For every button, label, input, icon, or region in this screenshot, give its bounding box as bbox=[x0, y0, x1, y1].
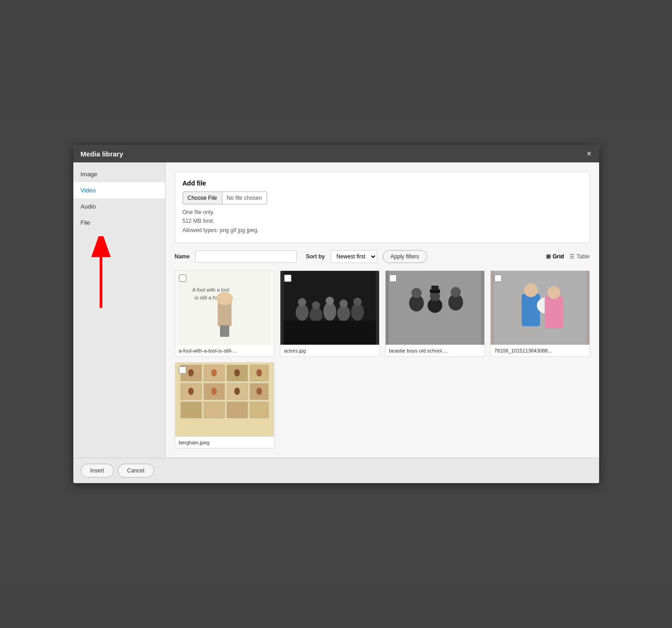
sort-select[interactable]: Newest first Oldest first Name (A-Z) Nam… bbox=[331, 250, 377, 263]
sidebar-item-video[interactable]: Video bbox=[73, 182, 165, 198]
svg-point-23 bbox=[411, 288, 422, 298]
choose-file-button[interactable]: Choose File bbox=[183, 192, 222, 204]
main-content: Add file Choose File No file chosen One … bbox=[166, 162, 599, 458]
grid-icon: ⊞ bbox=[546, 253, 551, 260]
file-chosen-text: No file chosen bbox=[222, 192, 267, 204]
svg-point-57 bbox=[256, 388, 262, 395]
svg-point-32 bbox=[524, 283, 538, 297]
sidebar-item-image[interactable]: Image bbox=[73, 166, 165, 182]
media-item-1[interactable]: A fool with a tool is still a fool! a-fo… bbox=[175, 270, 274, 357]
svg-point-55 bbox=[211, 388, 217, 395]
svg-rect-49 bbox=[250, 402, 268, 418]
media-item-2[interactable]: actors.jpg bbox=[280, 270, 380, 357]
insert-button[interactable]: Insert bbox=[81, 464, 114, 478]
sidebar-item-file[interactable]: File bbox=[73, 215, 165, 231]
svg-point-10 bbox=[298, 298, 306, 306]
modal-title: Media library bbox=[81, 150, 124, 158]
file-hint-1: One file only. bbox=[183, 208, 582, 217]
media-library-modal: Media library × Image Video Audio File bbox=[73, 145, 599, 483]
svg-rect-19 bbox=[284, 321, 376, 345]
table-icon: ☰ bbox=[570, 253, 575, 260]
modal-overlay: Media library × Image Video Audio File bbox=[0, 0, 672, 628]
media-thumb-4 bbox=[491, 271, 589, 345]
media-label-3: beastie boys old school.... bbox=[386, 345, 484, 356]
media-thumb-3 bbox=[386, 271, 484, 345]
sidebar-item-audio[interactable]: Audio bbox=[73, 198, 165, 215]
media-label-1: a-fool-with-a-tool-is-still-... bbox=[175, 345, 274, 356]
modal-header: Media library × bbox=[73, 145, 599, 162]
svg-rect-47 bbox=[204, 402, 225, 418]
name-filter-label: Name bbox=[175, 253, 190, 260]
name-filter-input[interactable] bbox=[195, 251, 297, 263]
svg-rect-35 bbox=[545, 296, 563, 329]
close-button[interactable]: × bbox=[587, 150, 592, 158]
add-file-section: Add file Choose File No file chosen One … bbox=[175, 172, 590, 243]
svg-point-36 bbox=[547, 286, 560, 299]
file-hint-2: 512 MB limit. bbox=[183, 217, 582, 226]
svg-point-54 bbox=[188, 388, 194, 395]
view-toggle: ⊞ Grid ☰ Table bbox=[546, 253, 589, 260]
svg-point-51 bbox=[211, 369, 217, 377]
media-item-3[interactable]: beastie boys old school.... bbox=[385, 270, 485, 357]
media-checkbox-5[interactable] bbox=[179, 366, 186, 374]
svg-point-56 bbox=[234, 388, 240, 395]
file-hint-3: Allowed types: png gif jpg jpeg. bbox=[183, 226, 582, 235]
svg-point-15 bbox=[337, 305, 350, 321]
table-view-button[interactable]: ☰ Table bbox=[570, 253, 590, 260]
media-label-4: 78108_1015113843088... bbox=[491, 345, 589, 356]
media-checkbox-1[interactable] bbox=[179, 275, 186, 282]
svg-point-27 bbox=[451, 287, 461, 297]
file-input-wrapper: Choose File No file chosen bbox=[183, 191, 267, 204]
svg-point-52 bbox=[234, 369, 240, 377]
svg-rect-6 bbox=[220, 325, 229, 337]
file-input-row: Choose File No file chosen bbox=[183, 191, 582, 204]
modal-body: Image Video Audio File bbox=[73, 162, 599, 458]
cancel-button[interactable]: Cancel bbox=[118, 464, 154, 478]
media-label-5: berghain.jpeg bbox=[175, 437, 274, 448]
svg-point-18 bbox=[353, 298, 362, 306]
media-item-4[interactable]: 78108_1015113843088... bbox=[490, 270, 590, 357]
file-info: One file only. 512 MB limit. Allowed typ… bbox=[183, 208, 582, 235]
grid-view-button[interactable]: ⊞ Grid bbox=[546, 253, 564, 260]
add-file-title: Add file bbox=[183, 179, 582, 187]
media-label-2: actors.jpg bbox=[280, 345, 379, 356]
sort-by-label: Sort by bbox=[306, 253, 325, 260]
modal-footer: Insert Cancel bbox=[73, 458, 599, 483]
filter-row: Name Sort by Newest first Oldest first N… bbox=[175, 250, 590, 263]
media-thumb-2 bbox=[280, 271, 379, 345]
apply-filters-button[interactable]: Apply filters bbox=[383, 250, 427, 263]
media-thumb-5 bbox=[175, 363, 274, 437]
svg-rect-29 bbox=[431, 286, 439, 290]
svg-point-7 bbox=[216, 292, 233, 305]
svg-point-14 bbox=[326, 297, 334, 305]
svg-point-50 bbox=[188, 369, 194, 377]
media-checkbox-2[interactable] bbox=[284, 275, 291, 282]
media-checkbox-4[interactable] bbox=[494, 275, 502, 282]
media-item-5[interactable]: berghain.jpeg bbox=[175, 362, 274, 449]
svg-point-53 bbox=[256, 369, 262, 377]
svg-text:A fool with a tool: A fool with a tool bbox=[192, 287, 229, 293]
svg-rect-46 bbox=[181, 402, 202, 418]
media-grid: A fool with a tool is still a fool! a-fo… bbox=[175, 270, 590, 449]
media-checkbox-3[interactable] bbox=[389, 275, 397, 282]
media-thumb-1: A fool with a tool is still a fool! bbox=[175, 271, 274, 345]
svg-rect-31 bbox=[522, 294, 540, 326]
svg-rect-48 bbox=[227, 402, 248, 418]
svg-point-9 bbox=[296, 304, 309, 321]
svg-point-12 bbox=[312, 301, 320, 310]
sidebar: Image Video Audio File bbox=[73, 162, 166, 458]
arrow-indicator bbox=[87, 236, 115, 315]
svg-point-16 bbox=[339, 299, 348, 308]
